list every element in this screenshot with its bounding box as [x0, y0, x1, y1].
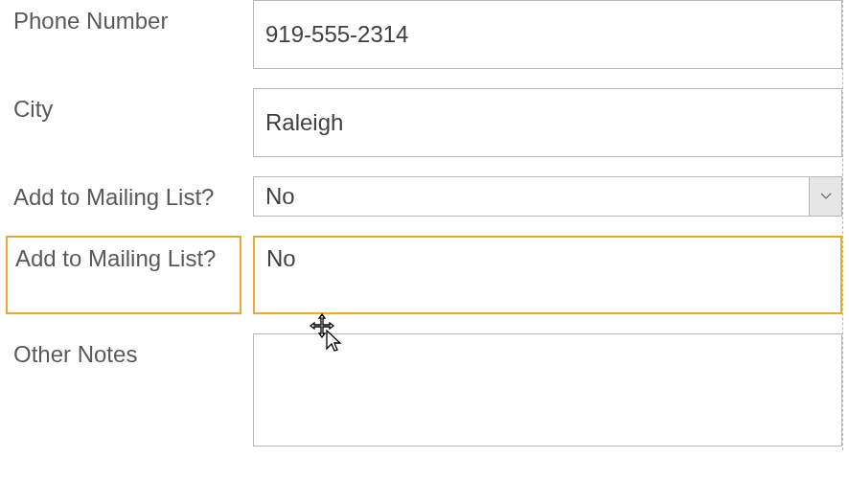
row-mailing-list-select: Add to Mailing List? No — [6, 176, 842, 218]
city-label: City — [6, 88, 241, 130]
phone-number-label: Phone Number — [6, 0, 241, 42]
city-field[interactable] — [253, 88, 842, 157]
row-mailing-list-duplicate-highlighted[interactable]: Add to Mailing List? No — [6, 236, 842, 314]
row-phone-number: Phone Number — [6, 0, 842, 69]
mailing-list-duplicate-field[interactable]: No — [253, 236, 842, 314]
other-notes-label: Other Notes — [6, 333, 241, 376]
other-notes-field[interactable] — [253, 333, 842, 447]
row-city: City — [6, 88, 842, 157]
row-other-notes: Other Notes — [6, 333, 842, 450]
mailing-list-label-1: Add to Mailing List? — [6, 176, 241, 218]
mailing-list-label-2: Add to Mailing List? — [6, 236, 241, 314]
mailing-list-selected-value: No — [254, 183, 809, 210]
customer-form: Phone Number City Add to Mailing List? N… — [6, 0, 843, 450]
dropdown-caret-icon — [809, 177, 841, 216]
phone-number-field[interactable] — [253, 0, 842, 69]
mailing-list-dropdown[interactable]: No — [253, 176, 842, 217]
